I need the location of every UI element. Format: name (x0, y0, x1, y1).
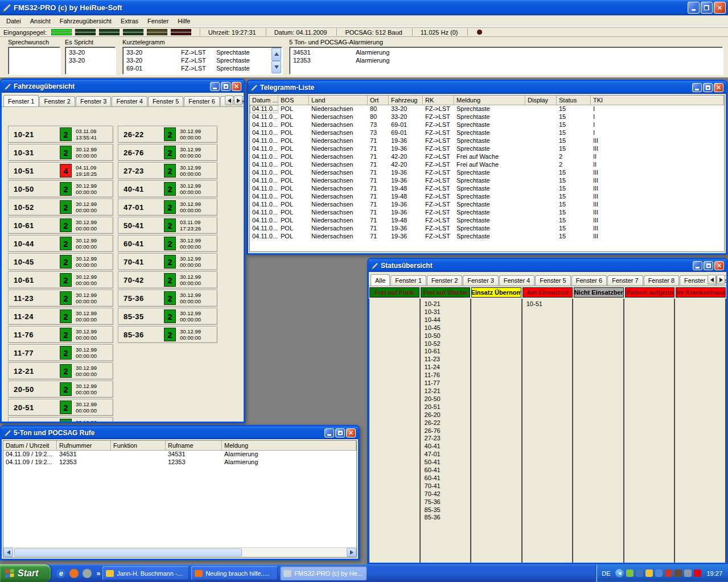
menu-item-ansicht[interactable]: Ansicht (26, 16, 55, 26)
table-row[interactable]: 04.11.0...POLNiedersachsen7119-36FZ->LST… (250, 177, 724, 185)
table-row[interactable]: 04.11.0...POLNiedersachsen7119-36FZ->LST… (250, 201, 724, 209)
vehicle-card[interactable]: 10-51404.11.0919:18:25 (8, 162, 113, 179)
task-button-pencil[interactable]: FMS32-PRO (c) by He... (280, 566, 367, 580)
close-button[interactable]: ✕ (714, 2, 726, 14)
table-row[interactable]: 04.11.0...POLNiedersachsen7119-36FZ->LST… (250, 137, 724, 145)
fahrzeuguebersicht-titlebar[interactable]: Fahrzeugübersicht ✕ (2, 80, 244, 93)
tab-scroll-right-button[interactable] (717, 275, 725, 284)
pocsag-table[interactable]: Datum / UhrzeitRufnummerFunktionRufnameM… (3, 440, 357, 558)
vehicle-card[interactable]: 47-01230.12.9900:00:00 (118, 199, 217, 216)
vehicle-card[interactable]: 10-44230.12.9900:00:00 (8, 235, 113, 252)
status-vehicle-entry[interactable]: 85-35 (425, 506, 471, 514)
scroll-down-button[interactable] (272, 61, 281, 74)
language-indicator[interactable]: DE (602, 570, 610, 577)
fahrzeug-tab-fenster1[interactable]: Fenster 1 (3, 95, 39, 107)
minimize-button[interactable] (324, 428, 334, 437)
column-header-tki[interactable]: TKI (591, 96, 724, 105)
quick-launch-overflow-chevron[interactable]: » (96, 569, 100, 577)
fahrzeug-tab-fenster2[interactable]: Fenster 2 (39, 96, 75, 106)
minimize-button[interactable] (693, 261, 702, 270)
vehicle-card[interactable]: 75-36230.12.9900:00:00 (118, 290, 217, 307)
column-header-rufnummer[interactable]: Rufnummer (57, 441, 111, 451)
status-vehicle-entry[interactable]: 85-36 (425, 514, 471, 522)
status-filter-patientaufgeno[interactable]: Patient aufgeno (625, 287, 675, 298)
status-vehicle-entry[interactable]: 11-24 (425, 364, 471, 372)
status-vehicle-entry[interactable]: 10-31 (425, 308, 471, 316)
status-vehicle-entry[interactable]: 40-41 (425, 443, 471, 451)
status-tab-alle[interactable]: Alle (371, 274, 390, 286)
vehicle-card[interactable]: 11-77230.12.9900:00:00 (8, 344, 113, 361)
table-row[interactable]: 04.11.0...POLNiedersachsen7119-36FZ->LST… (250, 209, 724, 217)
vehicle-card[interactable]: 10-45230.12.9900:00:00 (8, 253, 113, 270)
vehicle-card[interactable]: 10-61230.12.9900:00:00 (8, 217, 113, 234)
alarmierung-list[interactable]: 34531Alarmierung12353Alarmierung (289, 47, 723, 75)
table-row[interactable]: 04.11.0...POLNiedersachsen7142-20FZ->LST… (250, 153, 724, 161)
status-vehicle-entry[interactable]: 10-61 (425, 348, 471, 356)
vehicle-card[interactable]: 70-42230.12.9900:00:00 (118, 271, 217, 288)
status-vehicle-entry[interactable]: 10-52 (425, 340, 471, 348)
table-row[interactable]: 04.11.0...POLNiedersachsen7119-36FZ->LST… (250, 233, 724, 241)
vehicle-card[interactable]: 85-35230.12.9900:00:00 (118, 308, 217, 325)
status-vehicle-entry[interactable]: 27-23 (425, 435, 471, 443)
status-filter-ameinsatzort[interactable]: Am Einsatzort (523, 287, 573, 298)
status-vehicle-entry[interactable]: 26-20 (425, 411, 471, 419)
status-filter-imkrankenhaus[interactable]: Im Krankenhaus (676, 287, 726, 298)
column-header-status[interactable]: Status (557, 96, 591, 105)
vehicle-card[interactable]: 20-51230.12.9900:00:00 (8, 399, 113, 416)
restore-button[interactable] (701, 2, 713, 14)
status-tab-fenster1[interactable]: Fenster 1 (390, 275, 426, 286)
column-header-bos[interactable]: BOS (278, 96, 309, 105)
vehicle-card[interactable]: 11-24230.12.9900:00:00 (8, 308, 113, 325)
vehicle-card[interactable]: 26-76230.12.9900:00:00 (118, 144, 217, 161)
column-header-funktion[interactable]: Funktion (111, 441, 166, 451)
fahrzeug-tab-fenster4[interactable]: Fenster 4 (112, 96, 147, 106)
column-header-meldung[interactable]: Meldung (222, 441, 356, 451)
status-tab-fenster7[interactable]: Fenster 7 (607, 275, 643, 286)
vehicle-card[interactable]: 11-76230.12.9900:00:00 (8, 326, 113, 343)
network-icon[interactable] (655, 569, 663, 577)
column-header-datumuhrzeit[interactable]: Datum / Uhrzeit (3, 441, 57, 451)
status-vehicle-entry[interactable]: 10-45 (425, 324, 471, 332)
status-vehicle-entry[interactable]: 11-23 (425, 356, 471, 364)
column-header-datum[interactable]: Datum ... (250, 96, 278, 105)
status-vehicle-entry[interactable]: 10-44 (425, 316, 471, 324)
clock-icon[interactable] (645, 569, 653, 577)
security-shield-icon[interactable] (665, 569, 672, 577)
vehicle-card[interactable]: 27-23230.12.9900:00:00 (118, 162, 217, 179)
tab-scroll-left-button[interactable] (225, 96, 233, 105)
start-button[interactable]: Start (0, 564, 51, 582)
status-vehicle-entry[interactable]: 20-51 (425, 403, 471, 411)
display-settings-icon[interactable] (684, 569, 692, 577)
telegramm-table[interactable]: Datum ...BOSLandOrtFahrzeugRKMeldungDisp… (249, 95, 725, 252)
status-filter-freiauffunk[interactable]: Frei auf Funk (369, 287, 419, 298)
status-filter-freiaufwache[interactable]: Frei auf Wache (421, 287, 471, 298)
sprechwunsch-list[interactable] (8, 47, 60, 75)
status-vehicle-entry[interactable]: 75-36 (425, 498, 471, 506)
status-vehicle-entry[interactable]: 10-21 (425, 300, 471, 308)
scrollbar-thumb[interactable] (14, 548, 242, 556)
maximize-button[interactable] (704, 261, 713, 270)
table-row[interactable]: 04.11.0...POLNiedersachsen7119-36FZ->LST… (250, 169, 724, 177)
user-status-icon[interactable] (636, 569, 643, 577)
vehicle-card[interactable]: 10-21203.11.0913:55:41 (8, 126, 113, 143)
vehicle-card[interactable]: 60-41230.12.9900:00:00 (118, 235, 217, 252)
vehicle-card[interactable]: 10-50230.12.9900:00:00 (8, 180, 113, 197)
menu-item-extras[interactable]: Extras (116, 16, 143, 26)
status-vehicle-entry[interactable]: 47-01 (425, 451, 471, 459)
volume-icon[interactable] (674, 569, 682, 577)
status-tab-fenster3[interactable]: Fenster 3 (463, 275, 498, 286)
fahrzeug-tab-fenster5[interactable]: Fenster 5 (148, 96, 183, 106)
close-button[interactable]: ✕ (232, 82, 241, 91)
es-spricht-list[interactable]: 33-2033-20 (65, 47, 116, 75)
table-row[interactable]: 04.11.0...POLNiedersachsen7369-01FZ->LST… (250, 129, 724, 137)
vehicle-card[interactable]: 40-41230.12.9900:00:00 (118, 180, 217, 197)
table-row[interactable]: 04.11.0...POLNiedersachsen7119-48FZ->LST… (250, 185, 724, 193)
table-row[interactable]: 04.11.0...POLNiedersachsen7119-48FZ->LST… (250, 217, 724, 225)
menu-item-datei[interactable]: Datei (2, 16, 26, 26)
status-tab-fenster2[interactable]: Fenster 2 (427, 275, 462, 286)
vehicle-card[interactable]: 10-31230.12.9900:00:00 (8, 144, 113, 161)
main-window-titlebar[interactable]: FMS32-PRO (c) by HeiRue-Soft ✕ (0, 0, 728, 15)
kurztelegramm-list[interactable]: 33-20FZ->LSTSprechtaste33-20FZ->LSTSprec… (122, 47, 282, 75)
task-button-folder[interactable]: Jann-H. Buschmann -... (102, 566, 189, 580)
vehicle-card[interactable]: 11-23230.12.9900:00:00 (8, 290, 113, 307)
